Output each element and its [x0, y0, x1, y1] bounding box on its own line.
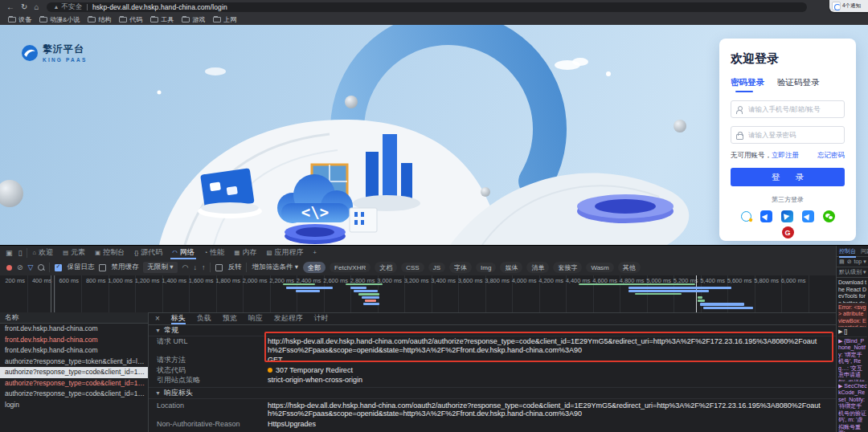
not-secure-icon: ▲	[53, 4, 59, 10]
network-overview[interactable]: 200 ms400 ms600 ms800 ms1,000 ms1,200 ms…	[0, 275, 836, 313]
request-row[interactable]: authorize?response_type=code&client_id=1…	[0, 378, 148, 389]
address-bar[interactable]: ▲ 不安全 hskp-dev.all.dev.hskp.hand-china.c…	[47, 2, 807, 12]
password-input[interactable]	[747, 130, 839, 140]
log-level-select[interactable]: 默认级别 ▾	[839, 268, 866, 276]
user-icon	[736, 106, 743, 113]
timeline-activity-bar	[628, 287, 731, 289]
general-section-header[interactable]: ▼常规	[149, 325, 836, 336]
devtools-tab-源代码[interactable]: {}源代码	[129, 246, 167, 259]
devtools-tab-欢迎[interactable]: ⌂欢迎	[27, 246, 58, 259]
throttle-select[interactable]: 无限制 ▾	[143, 262, 177, 273]
gitee-icon[interactable]: G	[782, 226, 794, 238]
details-tab-预览[interactable]: 预览	[223, 312, 237, 324]
timeline-gridline	[809, 275, 809, 312]
devtools-tab-控制台[interactable]: ▣控制台	[90, 246, 129, 259]
import-har-icon[interactable]: ↓	[193, 263, 197, 271]
details-tab-计时[interactable]: 计时	[314, 312, 329, 324]
divider	[87, 4, 88, 10]
wechat-icon[interactable]	[823, 210, 835, 222]
home-icon[interactable]: ⌂	[34, 3, 39, 11]
send-app-icon[interactable]	[802, 210, 814, 222]
request-row[interactable]: authorize?response_type=token&client_id=…	[0, 357, 148, 368]
details-tab-负载[interactable]: 负载	[197, 312, 211, 324]
filter-pill[interactable]: 其他	[618, 262, 641, 273]
search-icon[interactable]	[38, 264, 44, 271]
account-input[interactable]	[747, 104, 839, 114]
details-tab-发起程序[interactable]: 发起程序	[274, 312, 303, 324]
devtools-tab-应用程序[interactable]: ▧应用程序	[261, 246, 308, 259]
request-row[interactable]: front.dev.hskp.hand-china.com	[0, 335, 148, 346]
more-filters-button[interactable]: 增加筛选条件 ▾	[252, 263, 298, 272]
network-conditions-icon[interactable]: ◠	[182, 263, 189, 271]
bookmark-item[interactable]: 工具	[150, 15, 174, 24]
bookmark-item[interactable]: 游戏	[182, 15, 205, 24]
request-row[interactable]: authorize?response_type=code&client_id=1…	[0, 389, 148, 400]
tab-icon: ▣	[95, 249, 100, 256]
forgot-password-link[interactable]: 忘记密码	[817, 151, 845, 161]
qq-icon[interactable]	[741, 211, 751, 222]
tab-password-login[interactable]: 密码登录	[731, 77, 764, 88]
response-headers-section-header[interactable]: ▼响应标头	[149, 387, 836, 399]
filter-pill[interactable]: 清单	[526, 262, 549, 273]
record-icon[interactable]	[6, 265, 12, 271]
tab-label: 元素	[71, 247, 85, 258]
lock-icon	[736, 132, 743, 139]
details-tab-标头[interactable]: 标头	[171, 312, 186, 324]
bookmark-item[interactable]: 结构	[88, 15, 111, 24]
issues-tab[interactable]: 问题	[861, 247, 868, 255]
console-clear-icon[interactable]: ⊘	[847, 259, 852, 265]
login-button[interactable]: 登 录	[731, 168, 845, 186]
device-toolbar-icon[interactable]: ▯	[18, 249, 23, 257]
back-icon[interactable]: ←	[6, 3, 14, 11]
filter-pill[interactable]: Wasm	[586, 263, 613, 272]
browser-toolbar: ← ↻ ⌂ ▲ 不安全 hskp-dev.all.dev.hskp.hand-c…	[0, 0, 868, 14]
timeline-activity-bar	[579, 283, 695, 285]
doc-app-icon[interactable]	[760, 210, 772, 222]
tab-code-login[interactable]: 验证码登录	[777, 77, 820, 88]
filter-pill[interactable]: 全部	[303, 262, 326, 273]
export-har-icon[interactable]: ↑	[202, 263, 206, 271]
filter-pill[interactable]: 字体	[449, 262, 472, 273]
disable-cache-checkbox[interactable]	[99, 264, 106, 271]
devtools-tab-add[interactable]: +	[308, 246, 321, 259]
bookmark-item[interactable]: 设备	[8, 15, 31, 24]
filter-pill[interactable]: 文档	[375, 262, 397, 273]
bookmarks-bar: 设备动漫&小说结构代码工具游戏上网	[0, 14, 868, 26]
devtools-tab-内存[interactable]: ▦内存	[229, 246, 261, 259]
devtools-tab-网络[interactable]: ◠网络	[167, 246, 199, 259]
context-select[interactable]: top ▾	[854, 259, 866, 265]
filter-icon[interactable]: ▽	[28, 263, 34, 271]
bookmark-item[interactable]: 动漫&小说	[39, 15, 80, 24]
drive-app-icon[interactable]	[781, 210, 793, 222]
login-card: 欢迎登录 密码登录 验证码登录 无可用账号，立即注册 忘记密码 登 录 第三方登…	[719, 39, 856, 241]
request-row[interactable]: authorize?response_type=code&client_id=1…	[0, 367, 148, 378]
console-sidebar-icon[interactable]: ▤	[839, 259, 845, 265]
clear-icon[interactable]: ⊘	[17, 263, 23, 271]
invert-checkbox[interactable]	[215, 264, 223, 271]
request-row[interactable]: front.dev.hskp.hand-china.com	[0, 324, 148, 335]
filter-pill[interactable]: CSS	[401, 263, 424, 272]
inspect-element-icon[interactable]: ▣	[6, 249, 13, 257]
login-title: 欢迎登录	[731, 51, 845, 67]
console-message: ▶ []	[838, 328, 867, 337]
divider	[49, 263, 50, 272]
request-row[interactable]: login	[0, 400, 148, 411]
close-icon[interactable]: ×	[155, 314, 160, 323]
register-link[interactable]: 立即注册	[772, 151, 799, 159]
bookmark-item[interactable]: 代码	[119, 15, 142, 24]
preserve-log-checkbox[interactable]	[55, 264, 62, 271]
timeline-activity-bar	[350, 287, 366, 289]
filter-pill[interactable]: JS	[428, 263, 445, 272]
bookmark-item[interactable]: 上网	[213, 15, 236, 24]
filter-pill[interactable]: Img	[476, 263, 496, 272]
details-tab-响应[interactable]: 响应	[248, 312, 263, 324]
reload-icon[interactable]: ↻	[21, 3, 27, 11]
devtools-tab-元素[interactable]: ▤元素	[58, 246, 90, 259]
devtools-tab-性能[interactable]: ◔性能	[199, 246, 230, 259]
filter-pill[interactable]: 套接字	[553, 262, 582, 273]
console-tab[interactable]: 控制台	[839, 247, 856, 255]
filter-pill[interactable]: Fetch/XHR	[330, 263, 371, 272]
filter-pill[interactable]: 媒体	[500, 262, 522, 273]
notification-popup[interactable]: 4个通知	[829, 0, 868, 12]
request-row[interactable]: front.dev.hskp.hand-china.com	[0, 345, 148, 357]
